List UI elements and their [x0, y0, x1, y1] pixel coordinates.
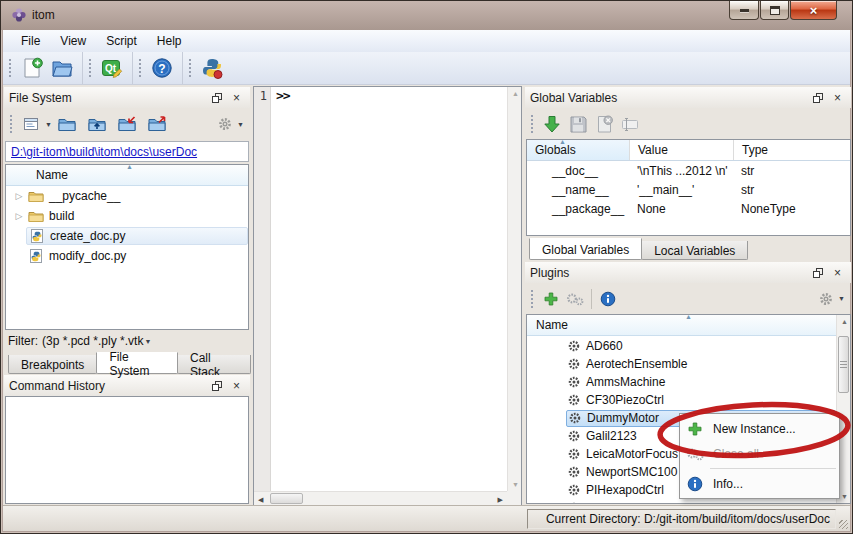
scroll-right-icon[interactable]: ▶ — [498, 496, 503, 504]
menu-separator — [710, 468, 836, 469]
menu-script[interactable]: Script — [96, 31, 147, 51]
toolbar-drag-handle[interactable] — [8, 58, 12, 78]
import-variable-button[interactable] — [539, 110, 565, 137]
plugin-gear-icon — [568, 340, 580, 352]
plugin-row[interactable]: AD660 — [527, 337, 836, 355]
table-row[interactable]: __name__ '__main__' str — [527, 180, 850, 199]
console-vertical-scrollbar[interactable]: ▲ ▼ — [507, 87, 521, 491]
plugins-list-header[interactable]: Name ▲ — [527, 315, 836, 336]
delete-variable-button[interactable] — [591, 110, 617, 137]
console-horizontal-scrollbar[interactable]: ◀ ▶ — [254, 491, 507, 505]
column-header-value[interactable]: Value — [630, 140, 734, 160]
toolbar-drag-handle[interactable] — [9, 114, 13, 134]
global-variables-toolbar — [525, 108, 851, 139]
menu-file[interactable]: File — [11, 31, 50, 51]
export-variable-button[interactable] — [565, 110, 591, 137]
tab-call-stack[interactable]: Call Stack — [177, 355, 251, 374]
close-all-button[interactable] — [563, 285, 587, 312]
scroll-down-icon[interactable]: ▼ — [841, 493, 848, 500]
statusbar: Current Directory: D:/git-itom/build/ito… — [3, 505, 850, 531]
dock-close-button[interactable]: × — [228, 90, 245, 105]
toolbar-drag-handle[interactable] — [188, 58, 192, 78]
list-view-button[interactable] — [18, 111, 44, 138]
tab-local-variables[interactable]: Local Variables — [641, 241, 748, 260]
dock-float-button[interactable] — [809, 265, 826, 280]
minimize-button[interactable] — [729, 1, 759, 20]
menu-help[interactable]: Help — [147, 31, 192, 51]
python-console[interactable]: 1 >> ▲ ▼ ◀ ▶ — [253, 86, 522, 506]
scroll-left-icon[interactable]: ◀ — [258, 496, 263, 504]
plugin-row[interactable]: AmmsMachine — [527, 373, 836, 391]
ui-designer-button[interactable] — [97, 55, 127, 82]
dock-close-button[interactable]: × — [829, 90, 846, 105]
command-history-list[interactable] — [5, 396, 249, 504]
scroll-down-icon[interactable]: ▼ — [512, 481, 519, 488]
filter-combobox[interactable]: (3p *.pcd *.ply *.vtk *.xyz *.obj *.stl)… — [42, 334, 246, 348]
tree-row-pycache[interactable]: ▷ __pycache__ — [6, 186, 248, 206]
tab-breakpoints[interactable]: Breakpoints — [8, 355, 97, 374]
plugins-title-label: Plugins — [530, 266, 569, 280]
tree-row-create-doc[interactable]: create_doc.py — [6, 226, 248, 246]
app-window: itom × File View Script Help — [0, 0, 853, 534]
open-folder-button[interactable] — [52, 111, 82, 138]
menu-item-new-instance[interactable]: New Instance... — [680, 416, 839, 441]
file-tree-header[interactable]: Name ▲ — [6, 165, 248, 186]
dock-close-button[interactable]: × — [829, 265, 846, 280]
expander-icon[interactable]: ▷ — [12, 191, 26, 201]
help-button[interactable] — [147, 55, 177, 82]
menu-view[interactable]: View — [50, 31, 96, 51]
plugin-gear-icon — [568, 394, 580, 406]
toolbar-drag-handle[interactable] — [530, 289, 534, 309]
scrollbar-thumb[interactable] — [270, 493, 303, 504]
table-row[interactable]: __doc__ '\nThis ...2012 \n' str — [527, 161, 850, 180]
copy-from-folder-button[interactable] — [142, 111, 172, 138]
minimize-icon — [740, 9, 749, 12]
plugin-gear-icon — [568, 484, 580, 496]
python-reload-button[interactable] — [197, 55, 227, 82]
maximize-icon — [770, 6, 780, 15]
new-instance-button[interactable] — [539, 285, 563, 312]
chevron-down-icon[interactable]: ▼ — [45, 121, 52, 128]
settings-gear-button[interactable] — [815, 285, 837, 312]
file-system-title-label: File System — [9, 91, 72, 105]
table-row[interactable]: __package__ None NoneType — [527, 199, 850, 218]
toolbar-drag-handle[interactable] — [88, 58, 92, 78]
plugin-row[interactable]: CF30PiezoCtrl — [527, 391, 836, 409]
scroll-up-icon[interactable]: ▲ — [512, 90, 519, 97]
folder-up-button[interactable] — [82, 111, 112, 138]
chevron-down-icon[interactable]: ▼ — [838, 295, 845, 302]
plugin-row[interactable]: PIPiezoCtrl — [527, 499, 836, 503]
tree-row-modify-doc[interactable]: modify_doc.py — [6, 246, 248, 266]
column-header-type[interactable]: Type — [734, 140, 850, 160]
titlebar: itom × — [1, 1, 852, 30]
file-tree: Name ▲ ▷ __pycache__ ▷ build create_doc.… — [5, 164, 249, 330]
toolbar-drag-handle[interactable] — [530, 114, 534, 134]
column-header-globals[interactable]: Globals ▲ — [527, 140, 630, 160]
resize-grip[interactable] — [839, 520, 848, 529]
dock-float-button[interactable] — [809, 90, 826, 105]
chevron-down-icon[interactable]: ▼ — [237, 121, 244, 128]
dock-close-button[interactable]: × — [228, 378, 245, 393]
toolbar-drag-handle[interactable] — [138, 58, 142, 78]
close-button[interactable]: × — [790, 1, 837, 20]
maximize-button[interactable] — [760, 1, 789, 20]
menu-item-info[interactable]: Info... — [680, 471, 839, 496]
scrollbar-thumb[interactable] — [838, 336, 849, 393]
settings-gear-button[interactable] — [214, 111, 236, 138]
move-to-folder-button[interactable] — [112, 111, 142, 138]
rename-variable-button[interactable] — [617, 110, 643, 137]
folder-icon — [28, 208, 44, 224]
tree-row-build[interactable]: ▷ build — [6, 206, 248, 226]
dock-float-button[interactable] — [208, 378, 225, 393]
path-breadcrumb-link[interactable]: D:\git-itom\build\itom\docs\userDoc — [11, 145, 197, 159]
dock-float-button[interactable] — [208, 90, 225, 105]
plugin-info-button[interactable] — [596, 285, 620, 312]
scroll-up-icon[interactable]: ▲ — [841, 318, 848, 325]
open-file-button[interactable] — [47, 55, 77, 82]
context-menu: New Instance... Close all Info... — [679, 413, 840, 499]
tab-file-system[interactable]: File System — [96, 352, 178, 374]
tab-global-variables[interactable]: Global Variables — [529, 238, 642, 260]
expander-icon[interactable]: ▷ — [12, 211, 26, 221]
new-script-button[interactable] — [17, 55, 47, 82]
plugin-row[interactable]: AerotechEnsemble — [527, 355, 836, 373]
